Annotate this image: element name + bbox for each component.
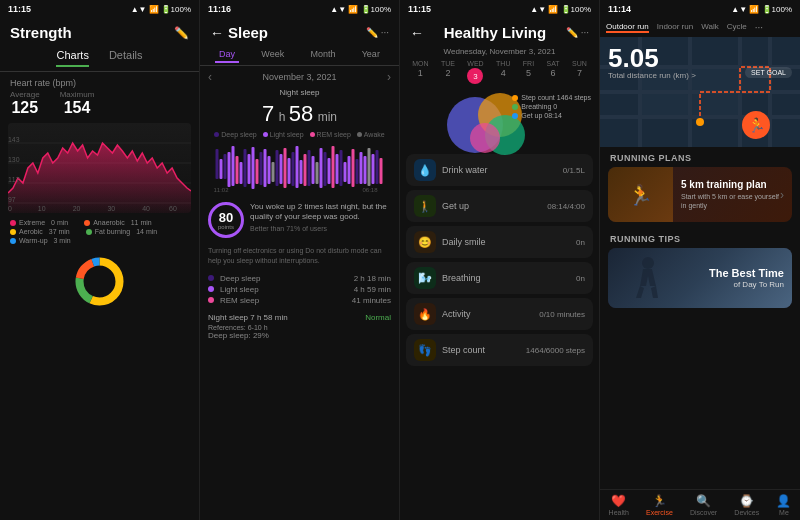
svg-text:10: 10 (38, 205, 46, 212)
svg-rect-25 (240, 162, 243, 184)
nav-health[interactable]: ❤️ Health (609, 494, 629, 516)
tab-indoor-run[interactable]: Indoor run (657, 22, 693, 33)
health-item-getup[interactable]: 🚶 Get up 08:14/4:00 (406, 190, 593, 222)
svg-text:130: 130 (8, 156, 20, 163)
me-nav-label: Me (779, 509, 789, 516)
score-number: 80 (219, 211, 233, 224)
svg-rect-42 (308, 150, 311, 186)
set-goal-button[interactable]: SET GOAL (745, 67, 792, 78)
day-wed-today: WED3 (467, 60, 483, 84)
health-item-water[interactable]: 💧 Drink water 0/1.5L (406, 154, 593, 186)
tip-card[interactable]: The Best Time of Day To Run (608, 248, 792, 308)
start-run-button[interactable]: 🏃 (742, 111, 770, 139)
status-icons-1: ▲▼ 📶 🔋100% (131, 5, 191, 14)
exercise-legend: Extreme0 min Anaerobic11 min Aerobic37 m… (0, 213, 199, 250)
getup-value: 08:14/4:00 (547, 202, 585, 211)
sub-tab-year[interactable]: Year (358, 47, 384, 63)
svg-rect-78 (692, 94, 738, 115)
day-mon: MON1 (412, 60, 428, 84)
tab-walk[interactable]: Walk (701, 22, 718, 33)
next-date-btn[interactable]: › (387, 70, 391, 84)
nav-exercise[interactable]: 🏃 Exercise (646, 494, 673, 516)
devices-nav-icon: ⌚ (739, 494, 754, 508)
activity-icon: 🔥 (414, 303, 436, 325)
sleep-back-btn[interactable]: ← (210, 25, 224, 41)
svg-rect-38 (292, 152, 295, 186)
tab-outdoor-run[interactable]: Outdoor run (606, 22, 649, 33)
steps-icon: 👣 (414, 339, 436, 361)
water-label: Drink water (442, 165, 557, 175)
health-item-smile[interactable]: 😊 Daily smile 0n (406, 226, 593, 258)
svg-rect-36 (284, 148, 287, 188)
sleep-menu-icons[interactable]: ✏️ ··· (366, 27, 389, 38)
strength-edit-icon[interactable]: ✏️ (174, 26, 189, 40)
svg-rect-47 (328, 158, 331, 184)
svg-rect-77 (692, 69, 738, 90)
time-2: 11:16 (208, 4, 231, 14)
svg-rect-51 (344, 162, 347, 182)
hl-title: Healthy Living (444, 24, 547, 41)
svg-rect-39 (296, 146, 299, 188)
hr-values: Average 125 Maximum 154 (10, 90, 189, 117)
running-tips-title: RUNNING TIPS (600, 228, 800, 248)
prev-date-btn[interactable]: ‹ (208, 70, 212, 84)
svg-rect-45 (320, 148, 323, 188)
tip-image: The Best Time of Day To Run (608, 248, 792, 308)
plan-card-5km[interactable]: 🏃 5 km training plan Start with 5 km or … (608, 167, 792, 222)
health-item-steps[interactable]: 👣 Step count 1464/6000 steps (406, 334, 593, 366)
svg-rect-28 (252, 147, 255, 189)
svg-rect-48 (332, 146, 335, 188)
sleep-duration: 7 h 58 min (200, 99, 399, 129)
nav-me[interactable]: 👤 Me (776, 494, 791, 516)
distance-overlay: 5.05 Total distance run (km) > (608, 45, 696, 80)
sub-tab-week[interactable]: Week (257, 47, 288, 63)
health-item-breathing[interactable]: 🌬️ Breathing 0n (406, 262, 593, 294)
smile-icon: 😊 (414, 231, 436, 253)
references-label: References: 6-10 h (208, 324, 268, 331)
sleep-legend: Deep sleep Light sleep REM sleep Awake (200, 129, 399, 140)
water-icon: 💧 (414, 159, 436, 181)
svg-rect-21 (224, 154, 227, 179)
tab-cycle[interactable]: Cycle (727, 22, 747, 33)
steps-label: Step count (442, 345, 520, 355)
plan-text: 5 km training plan Start with 5 km or ea… (673, 173, 792, 216)
health-item-activity[interactable]: 🔥 Activity 0/10 minutes (406, 298, 593, 330)
avg-label: Average (10, 90, 40, 99)
breathing-label: Breathing (442, 273, 570, 283)
svg-rect-34 (276, 150, 279, 186)
strength-header: Strength ✏️ (0, 18, 199, 45)
bottom-navigation: ❤️ Health 🏃 Exercise 🔍 Discover ⌚ Device… (600, 489, 800, 520)
svg-rect-49 (336, 154, 339, 184)
svg-rect-22 (228, 152, 231, 187)
sleep-score: 80 points You woke up 2 times last night… (200, 198, 399, 242)
more-tabs-icon[interactable]: ··· (755, 22, 763, 33)
nav-devices[interactable]: ⌚ Devices (734, 494, 759, 516)
status-icons-2: ▲▼ 📶 🔋100% (330, 5, 391, 14)
hr-label: Heart rate (bpm) (10, 78, 189, 88)
svg-rect-27 (248, 154, 251, 184)
svg-rect-30 (260, 152, 263, 185)
tab-charts[interactable]: Charts (56, 49, 88, 67)
sleep-hours: 7 (262, 101, 274, 126)
activity-label: Activity (442, 309, 533, 319)
svg-rect-59 (376, 150, 379, 184)
svg-rect-55 (360, 152, 363, 184)
sub-tab-month[interactable]: Month (306, 47, 339, 63)
status-icons-3: ▲▼ 📶 🔋100% (530, 5, 591, 14)
sub-tab-day[interactable]: Day (215, 47, 239, 63)
time-3: 11:15 (408, 4, 431, 14)
sleep-sub-tabs: Day Week Month Year (200, 45, 399, 66)
hl-back-btn[interactable]: ← (410, 25, 424, 41)
svg-text:117: 117 (8, 176, 20, 183)
svg-rect-24 (236, 156, 239, 184)
nav-discover[interactable]: 🔍 Discover (690, 494, 717, 516)
status-bar-2: 11:16 ▲▼ 📶 🔋100% (200, 0, 399, 18)
tab-details[interactable]: Details (109, 49, 143, 67)
plan-arrow-icon[interactable]: › (780, 188, 784, 202)
svg-rect-31 (264, 149, 267, 187)
status-bar-1: 11:15 ▲▼ 📶 🔋100% (0, 0, 199, 18)
day-fri: FRI5 (523, 60, 534, 84)
svg-rect-40 (300, 160, 303, 184)
svg-rect-32 (268, 156, 271, 184)
hl-menu-icon[interactable]: ✏️ ··· (566, 27, 589, 38)
